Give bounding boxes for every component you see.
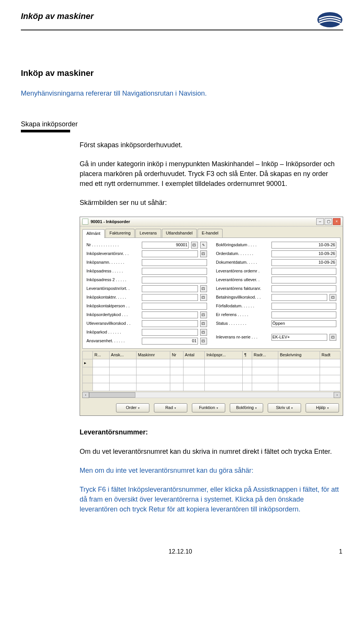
lookup-button[interactable]: ⮹ — [200, 285, 207, 292]
grid-cell[interactable]: ▸ — [83, 359, 93, 367]
grid-cell[interactable] — [252, 383, 278, 391]
field-input[interactable] — [271, 285, 337, 292]
grid-cell[interactable] — [205, 359, 243, 367]
grid-header[interactable]: R... — [93, 351, 110, 359]
field-input[interactable] — [271, 303, 337, 310]
hjälp-button[interactable]: Hjälp▾ — [306, 403, 339, 412]
scroll-right-button[interactable]: › — [334, 392, 340, 398]
grid-cell[interactable] — [170, 367, 183, 375]
field-input[interactable] — [142, 312, 198, 318]
scroll-track[interactable] — [89, 392, 334, 398]
grid-cell[interactable] — [252, 359, 278, 367]
field-input[interactable] — [142, 277, 207, 283]
grid-header[interactable]: Radr... — [252, 351, 278, 359]
grid-header[interactable]: Ansk... — [109, 351, 136, 359]
grid-header[interactable]: Inköpspr... — [205, 351, 243, 359]
field-input[interactable] — [142, 250, 198, 257]
grid-cell[interactable] — [278, 383, 320, 391]
close-button[interactable]: × — [333, 218, 340, 225]
tab-fakturering[interactable]: Fakturering — [105, 229, 135, 238]
grid-cell[interactable] — [252, 367, 278, 375]
grid-cell[interactable] — [278, 375, 320, 383]
grid-cell[interactable] — [83, 375, 93, 383]
grid-cell[interactable] — [109, 383, 136, 391]
horizontal-scrollbar[interactable]: ‹ › — [82, 392, 340, 398]
grid-cell[interactable] — [320, 367, 340, 375]
field-input[interactable] — [142, 294, 198, 301]
grid-cell[interactable] — [109, 359, 136, 367]
grid-cell[interactable] — [136, 359, 170, 367]
grid-cell[interactable] — [252, 375, 278, 383]
grid-cell[interactable] — [205, 383, 243, 391]
rad-button[interactable]: Rad▾ — [154, 403, 187, 412]
grid-cell[interactable] — [243, 359, 252, 367]
grid-header[interactable]: Beskrivning — [278, 351, 320, 359]
grid-header[interactable]: ¶ — [243, 351, 252, 359]
field-input[interactable] — [271, 277, 337, 283]
tab-allmänt[interactable]: Allmänt — [82, 229, 105, 238]
grid-cell[interactable] — [93, 359, 110, 367]
field-input[interactable] — [142, 285, 198, 292]
field-input[interactable]: EK-LEV+ — [271, 334, 328, 341]
field-input[interactable]: 90001 — [142, 242, 189, 249]
tab-utlandshandel[interactable]: Utlandshandel — [162, 229, 197, 238]
field-input[interactable] — [142, 320, 198, 327]
grid-cell[interactable] — [93, 375, 110, 383]
field-input[interactable] — [271, 268, 337, 275]
grid-header[interactable]: Radt — [320, 351, 340, 359]
table-row[interactable] — [83, 375, 340, 383]
grid-cell[interactable] — [320, 375, 340, 383]
field-input[interactable] — [271, 294, 328, 301]
order-button[interactable]: Order▾ — [116, 403, 149, 412]
lookup-button[interactable]: ⮹ — [200, 250, 207, 257]
lookup-button[interactable]: ⮹ — [329, 294, 336, 301]
grid-cell[interactable] — [278, 367, 320, 375]
edit-icon[interactable]: ✎ — [200, 242, 207, 249]
grid-header[interactable]: Antal — [183, 351, 205, 359]
grid-cell[interactable] — [170, 383, 183, 391]
table-row[interactable] — [83, 367, 340, 375]
lines-grid[interactable]: R...Ansk...MaskinnrNrAntalInköpspr...¶Ra… — [82, 351, 340, 391]
field-input[interactable]: 10-09-26 — [271, 250, 337, 257]
grid-cell[interactable] — [83, 367, 93, 375]
grid-cell[interactable] — [136, 367, 170, 375]
bokföring-button[interactable]: Bokföring▾ — [230, 403, 263, 412]
field-input[interactable] — [142, 329, 198, 336]
grid-header[interactable]: Nr — [170, 351, 183, 359]
grid-cell[interactable] — [243, 375, 252, 383]
grid-cell[interactable] — [320, 359, 340, 367]
scroll-left-button[interactable]: ‹ — [82, 392, 89, 398]
field-input[interactable] — [142, 303, 207, 310]
grid-cell[interactable] — [205, 367, 243, 375]
grid-cell[interactable] — [93, 383, 110, 391]
field-input[interactable] — [271, 312, 337, 318]
grid-cell[interactable] — [183, 375, 205, 383]
grid-cell[interactable] — [170, 359, 183, 367]
grid-cell[interactable] — [278, 359, 320, 367]
grid-header[interactable] — [83, 351, 93, 359]
lookup-button[interactable]: ⮹ — [200, 338, 207, 345]
grid-cell[interactable] — [205, 375, 243, 383]
grid-cell[interactable] — [243, 383, 252, 391]
field-input[interactable]: 10-09-26 — [271, 242, 337, 249]
grid-cell[interactable] — [136, 383, 170, 391]
table-row[interactable] — [83, 383, 340, 391]
grid-header[interactable]: Maskinnr — [136, 351, 170, 359]
field-input[interactable] — [142, 259, 207, 266]
grid-cell[interactable] — [136, 375, 170, 383]
grid-cell[interactable] — [170, 375, 183, 383]
lookup-button[interactable]: ⮹ — [200, 329, 207, 336]
field-input[interactable]: Öppen — [271, 320, 337, 327]
lookup-button[interactable]: ⮹ — [200, 294, 207, 301]
tab-leverans[interactable]: Leverans — [135, 229, 161, 238]
grid-cell[interactable] — [183, 383, 205, 391]
grid-cell[interactable] — [320, 383, 340, 391]
grid-cell[interactable] — [109, 375, 136, 383]
field-input[interactable] — [142, 268, 207, 275]
grid-cell[interactable] — [93, 367, 110, 375]
lookup-button[interactable]: ⮹ — [329, 334, 336, 341]
table-row[interactable]: ▸ — [83, 359, 340, 367]
grid-cell[interactable] — [83, 383, 93, 391]
field-input[interactable]: 10-09-26 — [271, 259, 337, 266]
maximize-button[interactable]: ▢ — [325, 218, 332, 225]
